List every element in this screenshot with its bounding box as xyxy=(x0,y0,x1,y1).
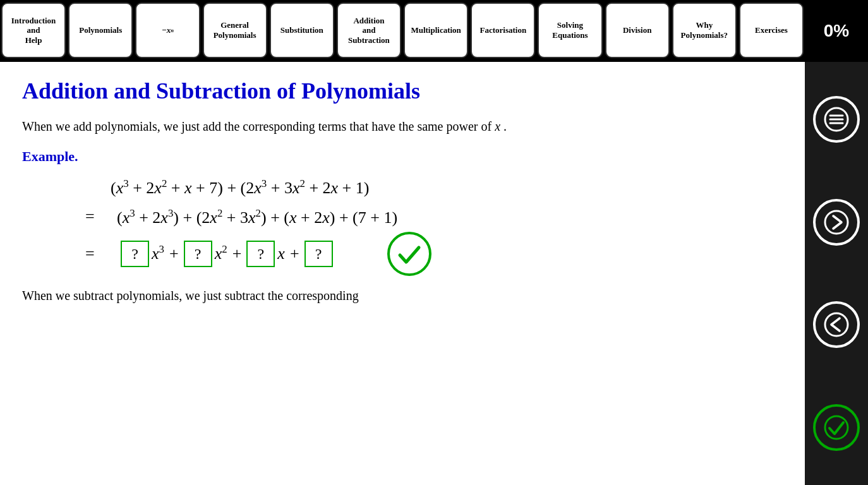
bottom-text: When we subtract polynomials, we just su… xyxy=(22,289,783,303)
right-sidebar xyxy=(805,62,868,485)
equation-1: (x3 + 2x2 + x + 7) + (2x3 + 3x2 + 2x + 1… xyxy=(111,177,783,198)
page-title: Addition and Subtraction of Polynomials xyxy=(22,78,783,104)
example-label: Example. xyxy=(22,148,783,165)
navigation-bar: IntroductionandHelp Polynomials −xn Gene… xyxy=(0,0,805,62)
answer-box-1[interactable]: ? xyxy=(121,241,149,267)
content-area: Addition and Subtraction of Polynomials … xyxy=(0,62,805,485)
nav-item-multiplication[interactable]: Multiplication xyxy=(404,3,468,58)
nav-item-substitution[interactable]: Substitution xyxy=(270,3,334,58)
nav-item-division[interactable]: Division xyxy=(605,3,670,58)
nav-item-general-polynomials[interactable]: GeneralPolynomials xyxy=(203,3,267,58)
check-button[interactable] xyxy=(813,404,860,451)
svg-point-4 xyxy=(825,211,848,234)
nav-item-why-polynomials[interactable]: WhyPolynomials? xyxy=(672,3,737,58)
checkmark-circle[interactable] xyxy=(387,232,431,276)
nav-item-exercises[interactable]: Exercises xyxy=(739,3,804,58)
nav-item-factorisation[interactable]: Factorisation xyxy=(471,3,535,58)
nav-item-polynomials[interactable]: Polynomials xyxy=(68,3,133,58)
answer-box-4[interactable]: ? xyxy=(304,241,333,267)
answer-box-2[interactable]: ? xyxy=(184,241,212,267)
nav-item-intro[interactable]: IntroductionandHelp xyxy=(1,3,66,58)
next-button[interactable] xyxy=(813,199,860,246)
step-1: = (x3 + 2x3) + (2x2 + 3x2) + (x + 2x) + … xyxy=(85,207,783,227)
answer-box-3[interactable]: ? xyxy=(246,241,275,267)
nav-item-addition-subtraction[interactable]: AdditionandSubtraction xyxy=(337,3,401,58)
menu-button[interactable] xyxy=(813,96,860,143)
answer-line: = ? x3 + ? x2 + ? x + ? xyxy=(85,232,783,276)
progress-display: 0% xyxy=(805,0,868,62)
prev-button[interactable] xyxy=(813,301,860,348)
svg-point-5 xyxy=(825,313,848,336)
intro-paragraph: When we add polynomials, we just add the… xyxy=(22,117,783,136)
nav-item-negative-xn[interactable]: −xn xyxy=(135,3,200,58)
nav-item-solving-equations[interactable]: SolvingEquations xyxy=(538,3,602,58)
main-container: Addition and Subtraction of Polynomials … xyxy=(0,62,868,485)
